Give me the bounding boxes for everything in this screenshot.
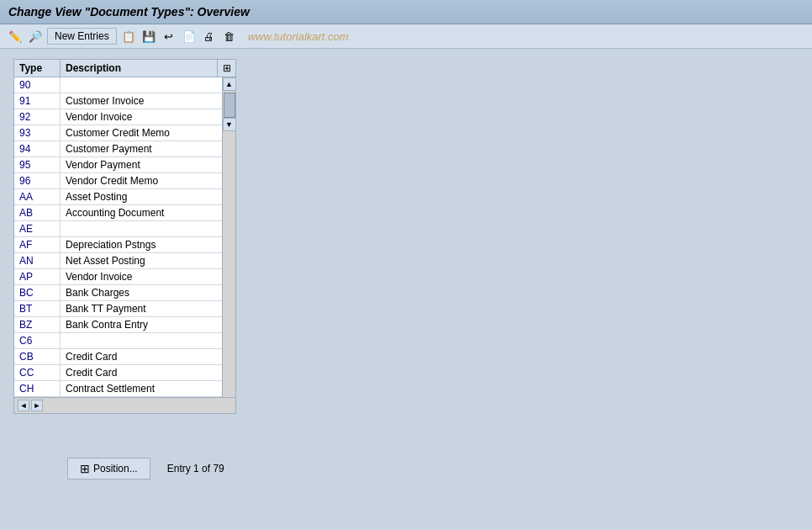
cell-type: AF <box>14 237 61 252</box>
table-row[interactable]: ABAccounting Document <box>14 205 222 221</box>
cell-description: Bank Charges <box>61 285 222 300</box>
cell-type: AN <box>14 253 61 268</box>
undo-icon[interactable]: ↩ <box>161 28 177 45</box>
cell-type: BZ <box>14 317 61 332</box>
table-row[interactable]: AE <box>14 221 222 237</box>
save-icon[interactable]: 💾 <box>140 28 157 45</box>
cell-type: 93 <box>14 125 61 140</box>
position-button[interactable]: ⊞ Position... <box>67 458 150 480</box>
clipboard-icon[interactable]: 📄 <box>181 28 198 45</box>
cell-type: 96 <box>14 173 61 188</box>
table-row[interactable]: 92Vendor Invoice <box>14 109 222 125</box>
column-settings-icon[interactable]: ⊞ <box>217 60 235 77</box>
cell-description: Credit Card <box>61 349 222 364</box>
cell-type: C6 <box>14 333 61 348</box>
table-header: Type Description ⊞ <box>14 60 235 77</box>
entry-info: Entry 1 of 79 <box>167 463 224 474</box>
print-icon[interactable]: 🖨 <box>201 28 218 45</box>
watermark: www.tutorialkart.com <box>248 30 349 43</box>
horizontal-scrollbar[interactable]: ◄ ► <box>14 397 235 413</box>
cell-description: Contract Settlement <box>61 381 222 396</box>
cell-description: Vendor Invoice <box>61 269 222 284</box>
scrollbar[interactable]: ▲ ▼ <box>222 77 235 397</box>
table-body: 9091Customer Invoice92Vendor Invoice93Cu… <box>14 77 235 397</box>
table-row[interactable]: 94Customer Payment <box>14 141 222 157</box>
cell-description: Depreciation Pstngs <box>61 237 222 252</box>
cell-type: 91 <box>14 93 61 109</box>
cell-type: AB <box>14 205 61 220</box>
cell-type: BT <box>14 301 61 316</box>
table-row[interactable]: 91Customer Invoice <box>14 93 222 109</box>
rows-area: 9091Customer Invoice92Vendor Invoice93Cu… <box>14 77 222 397</box>
cell-type: 90 <box>14 77 61 93</box>
cell-type: AE <box>14 221 61 236</box>
scroll-right-button[interactable]: ► <box>31 400 43 411</box>
cell-description: Accounting Document <box>61 205 222 220</box>
cell-type: 95 <box>14 157 61 172</box>
table-row[interactable]: AFDepreciation Pstngs <box>14 237 222 253</box>
position-label: Position... <box>93 463 138 474</box>
pencil-icon[interactable]: ✏️ <box>7 28 24 45</box>
cell-description <box>61 77 222 93</box>
cell-description: Vendor Invoice <box>61 109 222 125</box>
scroll-left-button[interactable]: ◄ <box>18 400 29 411</box>
cell-description: Vendor Credit Memo <box>61 173 222 188</box>
cell-description: Customer Payment <box>61 141 222 156</box>
description-column-header: Description <box>61 60 217 77</box>
copy-icon[interactable]: 📋 <box>120 28 137 45</box>
cell-type: BC <box>14 285 61 300</box>
scroll-thumb[interactable] <box>224 93 235 118</box>
cell-description: Customer Invoice <box>61 93 222 109</box>
scroll-up-button[interactable]: ▲ <box>223 77 236 91</box>
cell-description <box>61 333 222 348</box>
title-bar: Change View "Document Types": Overview <box>0 0 812 24</box>
scroll-down-button[interactable]: ▼ <box>223 118 236 131</box>
position-icon: ⊞ <box>80 462 90 475</box>
table-row[interactable]: ANNet Asset Posting <box>14 253 222 269</box>
cell-description: Net Asset Posting <box>61 253 222 268</box>
table-row[interactable]: CHContract Settlement <box>14 381 222 397</box>
table-row[interactable]: BTBank TT Payment <box>14 301 222 317</box>
cell-description: Bank TT Payment <box>61 301 222 316</box>
cell-description: Credit Card <box>61 365 222 380</box>
footer-area: ⊞ Position... Entry 1 of 79 <box>67 458 812 480</box>
cell-description: Vendor Payment <box>61 157 222 172</box>
table-row[interactable]: 90 <box>14 77 222 93</box>
cell-type: 94 <box>14 141 61 156</box>
cell-description <box>61 221 222 236</box>
table-row[interactable]: BZBank Contra Entry <box>14 317 222 333</box>
table-row[interactable]: CBCredit Card <box>14 349 222 365</box>
cell-type: AA <box>14 189 61 204</box>
table-row[interactable]: BCBank Charges <box>14 285 222 301</box>
cell-type: CC <box>14 365 61 380</box>
cell-description: Asset Posting <box>61 189 222 204</box>
cell-type: CH <box>14 381 61 396</box>
page-title: Change View "Document Types": Overview <box>8 5 804 19</box>
table-row[interactable]: APVendor Invoice <box>14 269 222 285</box>
cell-type: 92 <box>14 109 61 125</box>
binoculars-icon[interactable]: 🔎 <box>27 28 44 45</box>
table-row[interactable]: 93Customer Credit Memo <box>14 125 222 141</box>
cell-description: Bank Contra Entry <box>61 317 222 332</box>
main-content: Type Description ⊞ 9091Customer Invoice9… <box>0 49 812 424</box>
table-row[interactable]: 96Vendor Credit Memo <box>14 173 222 189</box>
toolbar: ✏️ 🔎 New Entries 📋 💾 ↩ 📄 🖨 🗑 www.tutoria… <box>0 24 812 49</box>
table-row[interactable]: CCCredit Card <box>14 365 222 381</box>
cell-type: CB <box>14 349 61 364</box>
table-row[interactable]: 95Vendor Payment <box>14 157 222 173</box>
delete-icon[interactable]: 🗑 <box>221 28 238 45</box>
cell-description: Customer Credit Memo <box>61 125 222 140</box>
table-row[interactable]: C6 <box>14 333 222 349</box>
type-column-header: Type <box>14 60 61 77</box>
new-entries-button[interactable]: New Entries <box>47 28 117 45</box>
cell-type: AP <box>14 269 61 284</box>
table-container: Type Description ⊞ 9091Customer Invoice9… <box>13 59 236 414</box>
table-row[interactable]: AAAsset Posting <box>14 189 222 205</box>
